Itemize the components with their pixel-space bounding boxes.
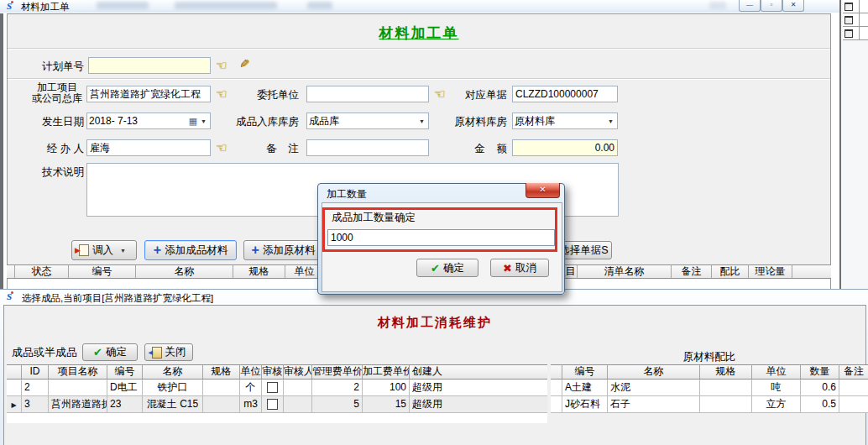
rm-warehouse-select[interactable]: 原材料库 ▼ (512, 113, 618, 129)
dialog-close-button[interactable]: ✕ (526, 183, 560, 198)
redacted-text (307, 2, 332, 9)
cell-proc-price: 100 (363, 380, 410, 396)
import-button[interactable]: ▶ 调入 ▼ (71, 240, 137, 260)
cell-unit: m3 (240, 396, 262, 413)
col-code[interactable]: 编号 (69, 264, 136, 279)
col-name[interactable]: 名称 (608, 364, 700, 380)
col-code[interactable]: 编号 (107, 364, 143, 380)
col-name[interactable]: 名称 (143, 364, 203, 380)
table-row[interactable]: J砂石料 石子 立方 0.5 (551, 396, 868, 413)
col-list-name[interactable]: 清单名称 (578, 264, 672, 279)
cell-unit: 个 (240, 380, 262, 396)
cell-spec (700, 380, 752, 396)
maximize-button[interactable]: ▫ (761, 0, 782, 12)
table-row-selected[interactable]: ▶ 3 莒州路道路扩宽绿 23 混凝土 C15 m3 5 15 超级用 (7, 396, 547, 413)
table-row[interactable]: 2 D电工 铁护口 个 2 100 超级用 (7, 380, 547, 396)
row-selector[interactable] (7, 380, 22, 396)
products-table-header: ID 项目名称 编号 名称 规格 单位 审核 审核人 管理费单价 加工费单价 创… (7, 364, 547, 380)
project-label: 加工项目 或公司总库 (29, 82, 86, 104)
cell-spec (203, 396, 240, 413)
fg-warehouse-value: 成品库 (307, 114, 416, 128)
lookup-hand-icon[interactable]: ☜ (216, 59, 227, 71)
add-finished-material-button[interactable]: + 添加成品材料 (144, 240, 237, 260)
amount-label: 金 额 (453, 143, 507, 154)
add-raw-material-button[interactable]: + 添加原材料 (243, 240, 323, 260)
calendar-icon[interactable]: ▦ (189, 116, 197, 127)
date-input[interactable]: 2018- 7-13 ▦ ▼ (86, 113, 211, 129)
col-mgmt-price[interactable]: 管理费单价 (312, 364, 363, 380)
lookup-hand-icon[interactable]: ☜ (216, 141, 227, 154)
table-empty-area (7, 413, 547, 423)
col-remark[interactable]: 备注 (672, 264, 712, 279)
client-input[interactable] (306, 86, 429, 102)
cell-name: 水泥 (608, 380, 700, 396)
col-selector (7, 364, 22, 380)
audit-checkbox[interactable] (267, 382, 278, 393)
col-id[interactable]: ID (22, 364, 49, 380)
confirm-button[interactable]: ✔ 确定 (82, 343, 138, 361)
col-spec[interactable]: 规格 (233, 264, 285, 279)
background-grid-cell (860, 27, 868, 40)
row-selector[interactable] (551, 396, 562, 413)
main-window-titlebar: S 材料加工单 — ▫ ✕ (0, 0, 839, 13)
col-unit[interactable]: 单位 (240, 364, 262, 380)
cell-proc-price: 15 (363, 396, 410, 413)
row-selector[interactable]: ▶ (7, 396, 22, 413)
chevron-down-icon[interactable]: ▼ (197, 118, 210, 124)
fg-warehouse-select[interactable]: 成品库 ▼ (306, 113, 429, 129)
add-raw-label: 添加原材料 (263, 243, 316, 258)
close-button[interactable]: ✕ (782, 0, 804, 12)
chevron-down-icon[interactable]: ▼ (117, 248, 129, 254)
background-grid-cell (860, 13, 868, 27)
row-selector[interactable] (551, 380, 562, 396)
background-grid-cell (843, 27, 860, 40)
col-spec[interactable]: 规格 (203, 364, 240, 380)
close-window-button[interactable]: ◂ 关闭 (144, 343, 193, 361)
minimize-button[interactable]: — (739, 0, 761, 12)
lookup-hand-icon[interactable]: ☜ (434, 87, 445, 100)
cell-code: J砂石料 (562, 396, 608, 413)
col-remark[interactable]: 备注 (839, 364, 868, 380)
import-doc-icon: ▶ (79, 244, 89, 256)
project-input[interactable] (86, 86, 211, 102)
col-proc-price[interactable]: 加工费单价 (363, 364, 410, 380)
cell-mgmt-price: 5 (312, 396, 363, 413)
col-ratio[interactable]: 配比 (712, 264, 749, 279)
amount-input[interactable] (512, 139, 618, 156)
col-unit[interactable]: 单位 (752, 364, 801, 380)
col-spec[interactable]: 规格 (700, 364, 752, 380)
col-creator[interactable]: 创建人 (410, 364, 547, 380)
col-project-name[interactable]: 项目名称 (49, 364, 107, 380)
ratio-table: 编号 名称 规格 单位 数量 备注 A土建 水泥 吨 0.6 J砂石料 石子 (551, 364, 868, 413)
cell-audit (262, 396, 284, 413)
date-value: 2018- 7-13 (87, 115, 189, 127)
col-code[interactable]: 编号 (562, 364, 608, 380)
remark-input[interactable] (306, 139, 429, 156)
handler-label: 经 办 人 (17, 143, 84, 154)
col-auditor[interactable]: 审核人 (284, 364, 312, 380)
cell-qty: 0.6 (801, 380, 839, 396)
col-filler (792, 264, 831, 279)
lookup-hand-icon[interactable]: ☜ (216, 87, 227, 100)
col-audit[interactable]: 审核 (262, 364, 284, 380)
col-qty[interactable]: 数量 (801, 364, 839, 380)
col-status[interactable]: 状态 (15, 264, 69, 279)
chevron-down-icon[interactable]: ▼ (604, 118, 617, 124)
door-arrow-icon: ◂ (149, 347, 154, 358)
edit-pencil-icon[interactable]: ✎ (240, 57, 250, 71)
cell-remark (839, 380, 868, 396)
doc-input[interactable] (512, 86, 618, 102)
col-selector (551, 364, 562, 380)
doc-label: 对应单据 (453, 89, 507, 101)
cancel-button[interactable]: ✖ 取消 (490, 259, 549, 277)
table-row[interactable]: A土建 水泥 吨 0.6 (551, 380, 868, 396)
ok-button[interactable]: ✔ 确定 (416, 259, 478, 277)
cell-name: 混凝土 C15 (143, 396, 203, 413)
chevron-down-icon[interactable]: ▼ (416, 118, 428, 124)
col-theory[interactable]: 理论量 (749, 264, 792, 279)
audit-checkbox[interactable] (267, 399, 278, 410)
handler-input[interactable] (86, 139, 211, 156)
annotation-rectangle (322, 207, 557, 252)
col-name[interactable]: 名称 (136, 264, 233, 279)
plan-number-input[interactable] (88, 57, 211, 74)
